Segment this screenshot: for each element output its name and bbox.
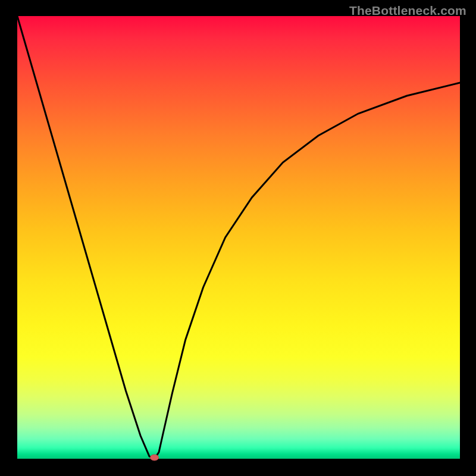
- chart-container: { "watermark": "TheBottleneck.com", "cha…: [0, 0, 476, 476]
- bottleneck-curve: [17, 16, 460, 459]
- chart-svg: [17, 16, 460, 459]
- optimum-marker: [151, 455, 159, 461]
- watermark-text: TheBottleneck.com: [349, 4, 466, 18]
